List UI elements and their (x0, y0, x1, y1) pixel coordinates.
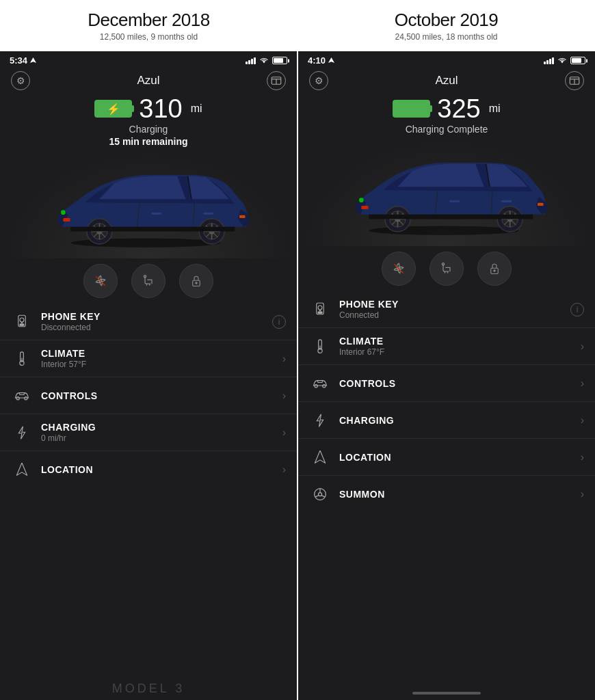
svg-rect-9 (203, 213, 213, 215)
left-phone-key-title: PHONE KEY (41, 311, 272, 322)
right-controls-item[interactable]: CONTROLS › (298, 365, 595, 402)
svg-point-77 (318, 306, 322, 310)
right-phone: 4:10 ⚙ (297, 51, 595, 700)
left-battery-visual (94, 100, 132, 118)
left-charging-icon (11, 426, 33, 440)
svg-point-41 (25, 396, 27, 399)
left-phone: 5:34 ⚙ (0, 51, 297, 700)
right-charging-text: CHARGING (339, 415, 581, 426)
right-fan-button[interactable] (382, 252, 416, 286)
left-tesla-car-svg (39, 156, 258, 252)
left-status-icons (246, 57, 287, 64)
right-lock-button[interactable] (477, 252, 512, 286)
left-charging-arrow: › (282, 427, 286, 439)
right-menu-list: PHONE KEY Connected i CLIMATE Interior 6… (298, 291, 595, 686)
right-settings-icon[interactable]: ⚙ (309, 71, 328, 90)
svg-marker-85 (315, 450, 325, 463)
right-date-sub: 24,500 miles, 18 months old (395, 32, 497, 42)
left-controls-item[interactable]: CONTROLS › (0, 377, 297, 414)
right-charge-status: Charging Complete (406, 123, 488, 135)
right-phone-key-info[interactable]: i (570, 303, 584, 317)
right-action-buttons (298, 246, 595, 291)
right-summon-text: SUMMON (339, 489, 581, 500)
left-date-title: December 2018 (88, 10, 210, 31)
left-status-bar: 5:34 (0, 51, 297, 68)
left-climate-item[interactable]: CLIMATE Interior 57°F › (0, 340, 297, 377)
left-battery-range: 310 mi Charging 15 min remaining (0, 93, 297, 149)
location-icon-right (328, 57, 334, 64)
svg-rect-51 (449, 200, 460, 202)
left-lock-button[interactable] (179, 264, 213, 298)
left-climate-icon (11, 351, 33, 366)
svg-rect-54 (538, 203, 543, 206)
right-status-bar: 4:10 (298, 51, 595, 68)
left-location-arrow: › (282, 463, 286, 476)
right-thermo-icon (315, 339, 326, 354)
right-charging-bolt-icon (314, 414, 326, 427)
lock-icon (190, 274, 202, 288)
charging-icon (16, 426, 28, 440)
right-lock-icon (488, 262, 501, 275)
right-signal-icon (544, 57, 554, 64)
left-action-buttons (0, 258, 297, 304)
right-wifi-icon (557, 57, 567, 64)
left-phone-key-item[interactable]: PHONE KEY Disconnected i (0, 304, 297, 340)
battery-status-icon (272, 57, 287, 64)
svg-point-74 (494, 270, 495, 271)
right-home-indicator (298, 686, 595, 700)
right-battery-visual (393, 100, 430, 118)
right-summon-item[interactable]: SUMMON › (298, 476, 595, 513)
right-seat-icon (440, 262, 453, 275)
svg-rect-11 (239, 215, 245, 218)
right-location-text: LOCATION (339, 452, 581, 463)
right-climate-title: CLIMATE (339, 336, 581, 347)
right-car-name: Azul (435, 74, 458, 88)
right-charging-arrow: › (581, 414, 584, 427)
svg-point-83 (315, 384, 317, 387)
left-phone-key-icon (11, 314, 33, 329)
left-menu-list: PHONE KEY Disconnected i CLIMATE Interio… (0, 304, 297, 677)
left-location-title: LOCATION (41, 464, 282, 475)
right-location-title: LOCATION (339, 452, 581, 463)
car-icon (14, 390, 29, 401)
left-climate-sub: Interior 57°F (41, 360, 282, 369)
svg-rect-33 (20, 324, 24, 325)
left-charging-text: CHARGING 0 mi/hr (41, 422, 282, 443)
right-seat-button[interactable] (429, 252, 464, 286)
left-fan-button[interactable] (83, 264, 118, 298)
left-climate-title: CLIMATE (41, 348, 282, 359)
right-summon-arrow: › (581, 488, 584, 500)
seat-icon (142, 274, 155, 288)
signal-icon (246, 57, 256, 64)
right-menu-icon[interactable] (565, 71, 584, 90)
right-phonekey-icon (314, 302, 326, 317)
right-climate-item[interactable]: CLIMATE Interior 67°F › (298, 328, 595, 365)
phone-key-icon (16, 314, 28, 329)
right-climate-text: CLIMATE Interior 67°F (339, 336, 581, 357)
svg-point-34 (20, 318, 24, 322)
right-date-title: October 2019 (395, 10, 499, 31)
left-header-col: December 2018 12,500 miles, 9 months old (0, 0, 298, 51)
right-location-item[interactable]: LOCATION › (298, 439, 595, 476)
right-climate-arrow: › (581, 340, 584, 353)
left-settings-icon[interactable]: ⚙ (11, 71, 30, 90)
left-menu-icon[interactable] (267, 71, 286, 90)
location-icon (30, 57, 36, 64)
right-phone-key-item[interactable]: PHONE KEY Connected i (298, 291, 595, 328)
right-header-col: October 2019 24,500 miles, 18 months old (298, 0, 595, 51)
left-phone-key-info[interactable]: i (272, 315, 286, 329)
steering-wheel-icon (313, 487, 327, 501)
left-phone-key-text: PHONE KEY Disconnected (41, 311, 272, 332)
left-charging-item[interactable]: CHARGING 0 mi/hr › (0, 414, 297, 451)
right-phone-key-title: PHONE KEY (339, 299, 570, 310)
right-phone-key-icon (309, 302, 331, 317)
location-nav-icon (16, 463, 27, 476)
svg-rect-8 (151, 213, 161, 215)
left-seat-button[interactable] (131, 264, 166, 298)
right-charging-item[interactable]: CHARGING › (298, 402, 595, 439)
svg-rect-10 (63, 218, 70, 221)
svg-point-31 (196, 282, 197, 284)
right-controls-text: CONTROLS (339, 378, 581, 389)
thermometer-icon (16, 351, 27, 366)
left-location-item[interactable]: LOCATION › (0, 451, 297, 488)
